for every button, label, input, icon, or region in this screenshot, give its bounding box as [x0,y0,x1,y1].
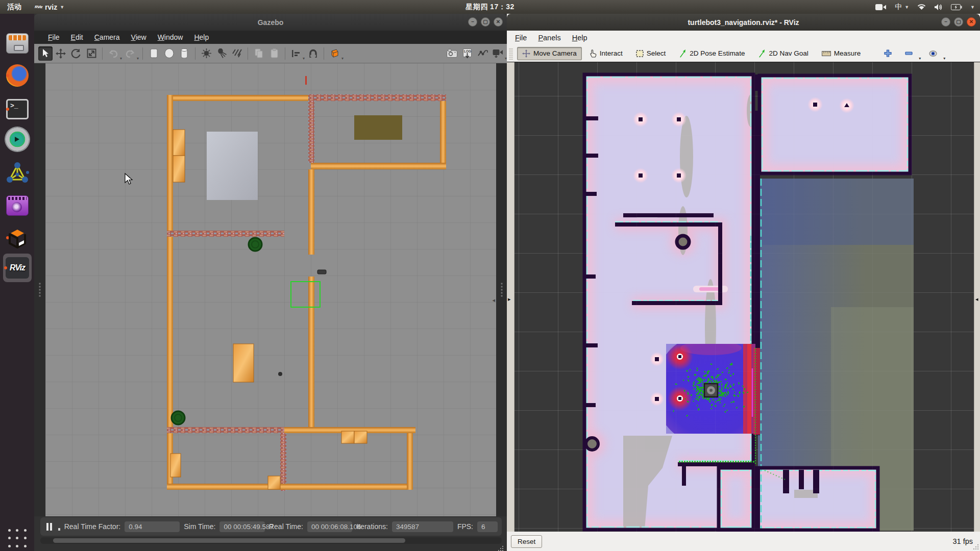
close-button[interactable]: ✕ [967,17,976,27]
screen-record-icon[interactable] [875,4,887,11]
gazebo-window: Gazebo – ▢ ✕ File Edit Camera View Windo… [34,14,507,551]
rviz-displays-panel-collapsed[interactable]: ▸ [507,62,514,532]
dock-item-media-player[interactable] [5,193,30,218]
battery-icon[interactable] [951,4,962,10]
dock-item-firefox[interactable] [5,63,30,88]
resize-grip[interactable] [973,544,979,550]
rviz-views-panel-collapsed[interactable]: ◂ [974,62,980,532]
tool-properties-button[interactable] [924,48,942,59]
dock-item-files[interactable] [5,31,30,56]
minimize-button[interactable]: – [468,17,477,27]
tool-properties-dropdown[interactable]: ▾ [943,56,945,62]
menu-help[interactable]: Help [568,32,592,43]
remove-tool-dropdown[interactable]: ▾ [919,56,921,62]
menu-edit[interactable]: Edit [66,32,88,43]
scrollbar-handle[interactable] [53,538,405,543]
gazebo-3d-viewport[interactable]: ◂ [45,63,496,516]
rviz-3d-viewport[interactable] [514,62,974,532]
gazebo-title: Gazebo [258,18,284,27]
menu-panels[interactable]: Panels [534,32,565,43]
building-editor-tool[interactable] [328,46,342,61]
undo-dropdown[interactable]: ▾ [120,56,122,63]
remove-tool-button[interactable] [900,49,918,58]
insert-sphere-tool[interactable] [162,46,176,61]
gazebo-right-panel-expand-arrow[interactable]: ◂ [492,297,495,304]
app-menu-label: rviz [45,3,57,11]
rviz-mini-icon: RViz [35,5,42,9]
move-camera-label: Move Camera [533,49,577,57]
interact-tool[interactable]: Interact [585,47,628,60]
rviz-titlebar[interactable]: turtlebot3_navigation.rviz* - RViz – ▢ ✕ [507,14,980,31]
insert-box-tool[interactable] [146,46,161,61]
align-tool[interactable] [289,46,303,61]
rtf-value: 0.94 [125,521,180,532]
fps-counter: 31 fps [953,537,973,545]
toolbar-grip[interactable] [509,47,513,60]
gazebo-titlebar[interactable]: Gazebo – ▢ ✕ [34,14,507,31]
directional-light-tool[interactable] [230,46,244,61]
dock-item-terminal[interactable]: >_ [5,97,30,121]
step-button[interactable] [58,528,60,531]
pause-button[interactable] [44,523,54,531]
redo-button[interactable] [123,46,137,61]
system-menu-chevron-icon[interactable]: ▼ [970,5,975,10]
dock-item-rviz[interactable]: RViz [3,254,32,282]
minimize-button[interactable]: – [941,17,950,27]
paste-button[interactable] [267,46,281,61]
undo-button[interactable] [106,46,120,61]
plot-button[interactable] [476,46,490,61]
maximize-button[interactable]: ▢ [954,17,963,27]
maximize-button[interactable]: ▢ [481,17,490,27]
scale-tool[interactable] [84,46,99,61]
interact-label: Interact [600,49,623,57]
menu-window[interactable]: Window [153,32,188,43]
redo-dropdown[interactable]: ▾ [137,56,139,63]
insert-cylinder-tool[interactable] [177,46,191,61]
building-editor-dropdown[interactable]: ▾ [341,56,344,63]
dock-item-graph-tool[interactable] [5,161,30,185]
reset-button[interactable]: Reset [511,535,542,548]
align-dropdown[interactable]: ▾ [303,56,305,63]
copy-button[interactable] [252,46,266,61]
log-record-button[interactable]: LOG [460,46,475,61]
volume-icon[interactable] [934,4,943,11]
pose-estimate-tool[interactable]: 2D Pose Estimate [674,47,750,60]
rotate-tool[interactable] [69,46,83,61]
snap-tool[interactable] [306,46,320,61]
nav-goal-tool[interactable]: 2D Nav Goal [753,47,813,60]
screenshot-button[interactable] [445,46,459,61]
menu-help[interactable]: Help [189,32,213,43]
clock[interactable]: 星期四 17：32 [465,3,514,12]
expand-displays-arrow[interactable]: ▸ [508,296,511,303]
menu-camera[interactable]: Camera [90,32,125,43]
activities-button[interactable]: 活动 [7,3,21,12]
point-light-tool[interactable] [199,46,213,61]
select-tool[interactable]: Select [631,47,671,60]
resize-grip[interactable] [498,545,504,551]
dock-item-gazebo[interactable] [5,226,30,250]
expand-views-arrow[interactable]: ◂ [975,296,978,303]
translate-tool[interactable] [54,46,68,61]
measure-tool[interactable]: Measure [817,47,866,60]
dock-item-robot-sim[interactable] [5,127,30,152]
gazebo-right-panel-collapsed[interactable] [496,63,507,516]
close-button[interactable]: ✕ [494,17,503,27]
app-menu[interactable]: RViz rviz ▼ [35,3,64,11]
menu-view[interactable]: View [127,32,151,43]
gazebo-horizontal-scrollbar[interactable] [40,537,502,544]
nav-goal-icon [758,49,766,58]
measure-icon [822,51,831,56]
gazebo-grid [45,63,496,516]
spot-light-tool[interactable] [214,46,229,61]
gazebo-left-panel-collapsed[interactable] [34,63,45,516]
menu-file[interactable]: File [43,32,64,43]
select-icon [636,50,644,57]
wifi-icon[interactable] [917,4,926,10]
add-tool-button[interactable] [879,47,897,60]
select-tool[interactable] [38,46,53,61]
menu-file[interactable]: File [511,32,531,43]
input-method-indicator[interactable]: 中 ▼ [895,3,909,12]
move-camera-tool[interactable]: Move Camera [517,47,582,60]
show-applications-button[interactable] [7,528,28,548]
video-record-button[interactable] [491,46,505,61]
